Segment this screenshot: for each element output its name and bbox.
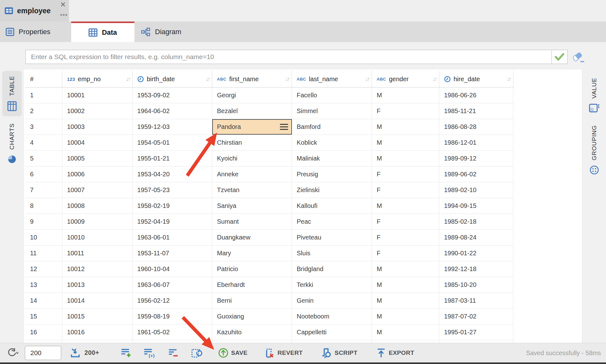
grid-cell[interactable] bbox=[212, 340, 292, 343]
grid-cell[interactable]: M bbox=[372, 88, 439, 103]
grid-cell[interactable] bbox=[439, 340, 513, 343]
grid-cell[interactable]: 10008 bbox=[62, 198, 133, 214]
fetch-next-page-button[interactable]: 200+ bbox=[68, 346, 101, 360]
grid-cell[interactable]: 10006 bbox=[62, 167, 133, 182]
grid-cell[interactable]: Koblick bbox=[292, 135, 372, 150]
grid-cell[interactable]: F bbox=[372, 246, 439, 261]
grid-cell[interactable]: M bbox=[372, 325, 439, 340]
row-number-cell[interactable]: 2 bbox=[25, 103, 62, 119]
grid-cell[interactable]: Bridgland bbox=[292, 261, 372, 277]
grid-cell[interactable]: Anneke bbox=[212, 167, 292, 182]
grid-cell[interactable]: 1953-04-20 bbox=[133, 167, 212, 182]
grid-cell[interactable]: 1995-01-27 bbox=[439, 325, 513, 340]
grid-cell[interactable]: Tzvetan bbox=[212, 182, 292, 198]
grid-cell[interactable]: M bbox=[372, 261, 439, 277]
grid-cell[interactable]: F bbox=[372, 103, 439, 119]
grid-cell[interactable]: 1959-08-19 bbox=[133, 309, 212, 324]
grid-cell[interactable]: M bbox=[372, 198, 439, 214]
script-button[interactable]: SCRIPT bbox=[318, 346, 359, 360]
grid-cell[interactable]: M bbox=[372, 309, 439, 324]
refresh-cell-value-button[interactable] bbox=[189, 346, 204, 360]
revert-button[interactable]: REVERT bbox=[262, 346, 305, 360]
grid-cell[interactable]: 1958-02-19 bbox=[133, 198, 212, 214]
panel-tab-charts[interactable]: CHARTS bbox=[2, 118, 22, 169]
panel-tab-table[interactable]: TABLE bbox=[2, 71, 22, 116]
grid-cell[interactable]: 1952-04-19 bbox=[133, 214, 212, 229]
grid-cell[interactable]: Georgi bbox=[212, 88, 292, 103]
sort-toggle-icon[interactable]: ↓↑ bbox=[365, 76, 369, 82]
grid-cell[interactable]: F bbox=[372, 167, 439, 182]
grid-cell[interactable]: Piveteau bbox=[292, 230, 372, 245]
tab-diagram[interactable]: Diagram bbox=[135, 21, 187, 42]
grid-cell[interactable]: 1954-05-01 bbox=[133, 135, 212, 150]
row-number-cell[interactable] bbox=[25, 340, 62, 343]
grid-cell[interactable]: 10002 bbox=[62, 103, 133, 119]
sort-toggle-icon[interactable]: ↓↑ bbox=[433, 76, 436, 82]
grid-cell[interactable]: 1960-10-04 bbox=[133, 261, 212, 277]
grid-cell[interactable]: Sumant bbox=[212, 214, 292, 229]
grid-cell[interactable] bbox=[292, 340, 372, 343]
grid-cell[interactable]: 10016 bbox=[62, 325, 133, 340]
column-header-hire_date[interactable]: hire_date↓↑ bbox=[439, 71, 513, 87]
row-number-cell[interactable]: 10 bbox=[25, 230, 62, 245]
grid-cell[interactable]: F bbox=[372, 214, 439, 229]
grid-cell[interactable]: 1989-06-02 bbox=[439, 167, 513, 182]
grid-cell[interactable]: 10001 bbox=[62, 88, 133, 103]
grid-cell[interactable]: 1994-09-15 bbox=[439, 198, 513, 214]
sort-toggle-icon[interactable]: ↓↑ bbox=[507, 76, 510, 82]
grid-cell[interactable]: 1992-12-18 bbox=[439, 261, 513, 277]
panel-tab-value[interactable]: VALUE bbox=[584, 73, 604, 118]
grid-cell[interactable]: 10007 bbox=[62, 182, 133, 198]
row-number-cell[interactable]: 8 bbox=[25, 198, 62, 214]
grid-cell[interactable]: Facello bbox=[292, 88, 372, 103]
grid-cell[interactable]: 1961-05-02 bbox=[133, 325, 212, 340]
tab-data[interactable]: Data bbox=[71, 21, 134, 42]
export-button[interactable]: EXPORT bbox=[374, 346, 416, 360]
grid-cell[interactable]: Sluis bbox=[292, 246, 372, 261]
grid-cell[interactable]: Peac bbox=[292, 214, 372, 229]
grid-cell[interactable]: 1957-05-23 bbox=[133, 182, 212, 198]
hamburger-icon[interactable] bbox=[280, 124, 288, 130]
grid-cell[interactable]: 1989-09-12 bbox=[439, 151, 513, 166]
grid-cell[interactable]: 1955-01-21 bbox=[133, 151, 212, 166]
row-number-cell[interactable]: 13 bbox=[25, 277, 62, 293]
row-number-cell[interactable]: 12 bbox=[25, 261, 62, 277]
add-row-button[interactable] bbox=[119, 346, 133, 360]
clear-filter-button[interactable] bbox=[571, 51, 585, 64]
grid-cell[interactable]: 1986-06-26 bbox=[439, 88, 513, 103]
sort-toggle-icon[interactable]: ↓↑ bbox=[285, 76, 289, 82]
grid-cell[interactable]: 1963-06-07 bbox=[133, 277, 212, 293]
grid-cell[interactable]: Guoxiang bbox=[212, 309, 292, 324]
apply-filter-button[interactable] bbox=[551, 50, 567, 64]
grid-cell[interactable]: 1985-10-20 bbox=[439, 277, 513, 293]
grid-cell[interactable]: Saniya bbox=[212, 198, 292, 214]
grid-cell[interactable]: M bbox=[372, 293, 439, 308]
grid-cell[interactable]: 10005 bbox=[62, 151, 133, 166]
close-icon[interactable]: ✕ bbox=[60, 1, 66, 9]
row-number-cell[interactable]: 3 bbox=[25, 119, 62, 135]
grid-cell[interactable]: 1953-11-07 bbox=[133, 246, 212, 261]
grid-cell[interactable]: 1956-02-12 bbox=[133, 293, 212, 308]
grid-cell[interactable]: Duangkaew bbox=[212, 230, 292, 245]
grid-cell[interactable]: 1986-08-28 bbox=[439, 119, 513, 135]
tab-properties[interactable]: Properties bbox=[0, 21, 56, 42]
column-header-gender[interactable]: ABCgender↓↑ bbox=[372, 71, 439, 87]
column-header-rownum[interactable]: # bbox=[25, 71, 62, 87]
sort-toggle-icon[interactable]: ↓↑ bbox=[126, 76, 130, 82]
row-number-cell[interactable]: 16 bbox=[25, 325, 62, 340]
grid-cell[interactable]: 1985-11-21 bbox=[439, 103, 513, 119]
grid-cell[interactable]: Berni bbox=[212, 293, 292, 308]
grid-cell[interactable]: Terkki bbox=[292, 277, 372, 293]
grid-cell[interactable]: 1990-01-22 bbox=[439, 246, 513, 261]
sort-toggle-icon[interactable]: ↓↑ bbox=[206, 76, 209, 82]
grid-cell[interactable]: Eberhardt bbox=[212, 277, 292, 293]
grid-cell[interactable]: Simmel bbox=[292, 103, 372, 119]
grid-cell[interactable]: 1989-08-24 bbox=[439, 230, 513, 245]
grid-cell[interactable] bbox=[372, 340, 439, 343]
grid-cell[interactable]: Patricio bbox=[212, 261, 292, 277]
tab-employee[interactable]: employee ✕ ••• bbox=[0, 0, 69, 21]
grid-cell[interactable]: 1959-12-03 bbox=[133, 119, 212, 135]
grid-cell[interactable]: Zielinski bbox=[292, 182, 372, 198]
grid-cell[interactable]: 1985-02-18 bbox=[439, 214, 513, 229]
row-number-cell[interactable]: 15 bbox=[25, 309, 62, 324]
